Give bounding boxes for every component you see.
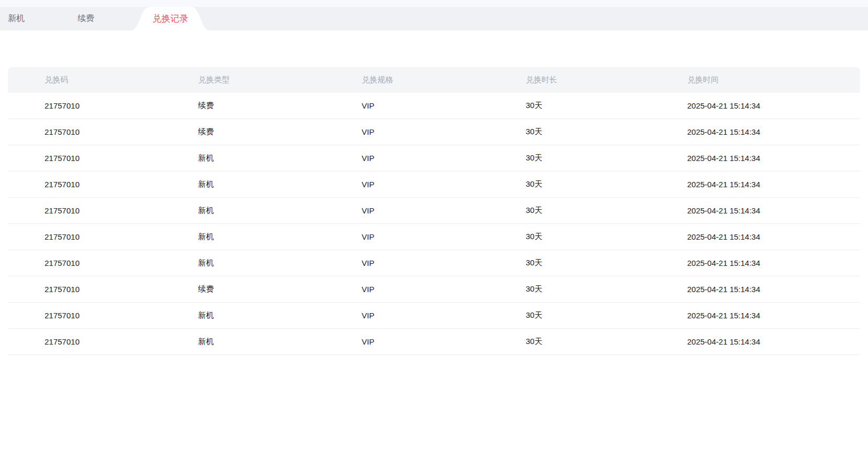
table-row: 21757010 新机 VIP 30天 2025-04-21 15:14:34 xyxy=(8,145,860,171)
top-strip xyxy=(0,0,868,7)
tab-bar: 新机 续费 兑换记录 xyxy=(0,7,868,30)
cell-spec: VIP xyxy=(325,224,489,250)
cell-code: 21757010 xyxy=(8,329,161,355)
cell-duration: 30天 xyxy=(489,93,650,119)
cell-code: 21757010 xyxy=(8,171,161,197)
tab-redeem-records[interactable]: 兑换记录 xyxy=(131,7,210,30)
cell-time: 2025-04-21 15:14:34 xyxy=(650,93,860,119)
cell-duration: 30天 xyxy=(489,250,650,276)
table-row: 21757010 续费 VIP 30天 2025-04-21 15:14:34 xyxy=(8,119,860,145)
cell-type: 新机 xyxy=(161,171,325,197)
table-row: 21757010 新机 VIP 30天 2025-04-21 15:14:34 xyxy=(8,250,860,276)
table-row: 21757010 新机 VIP 30天 2025-04-21 15:14:34 xyxy=(8,171,860,198)
cell-time: 2025-04-21 15:14:34 xyxy=(650,329,860,355)
table-row: 21757010 新机 VIP 30天 2025-04-21 15:14:34 xyxy=(8,329,860,355)
column-header-duration: 兑换时长 xyxy=(489,67,650,93)
table-row: 21757010 续费 VIP 30天 2025-04-21 15:14:34 xyxy=(8,93,860,119)
cell-duration: 30天 xyxy=(489,145,650,171)
cell-type: 续费 xyxy=(161,119,325,145)
column-header-type: 兑换类型 xyxy=(161,67,325,93)
cell-type: 新机 xyxy=(161,250,325,276)
cell-code: 21757010 xyxy=(8,224,161,250)
cell-time: 2025-04-21 15:14:34 xyxy=(650,276,860,302)
cell-time: 2025-04-21 15:14:34 xyxy=(650,119,860,145)
cell-code: 21757010 xyxy=(8,145,161,171)
cell-type: 新机 xyxy=(161,329,325,355)
tab-new-device[interactable]: 新机 xyxy=(8,7,25,30)
tab-redeem-records-label: 兑换记录 xyxy=(131,7,210,30)
table-row: 21757010 新机 VIP 30天 2025-04-21 15:14:34 xyxy=(8,198,860,224)
cell-duration: 30天 xyxy=(489,303,650,328)
cell-spec: VIP xyxy=(325,276,489,302)
cell-spec: VIP xyxy=(325,250,489,276)
cell-type: 新机 xyxy=(161,224,325,250)
cell-code: 21757010 xyxy=(8,198,161,223)
cell-code: 21757010 xyxy=(8,250,161,276)
cell-time: 2025-04-21 15:14:34 xyxy=(650,224,860,250)
cell-duration: 30天 xyxy=(489,329,650,355)
cell-type: 新机 xyxy=(161,145,325,171)
cell-spec: VIP xyxy=(325,303,489,328)
cell-code: 21757010 xyxy=(8,119,161,145)
cell-spec: VIP xyxy=(325,329,489,355)
table-row: 21757010 新机 VIP 30天 2025-04-21 15:14:34 xyxy=(8,303,860,329)
cell-type: 续费 xyxy=(161,93,325,119)
cell-time: 2025-04-21 15:14:34 xyxy=(650,145,860,171)
table-header-row: 兑换码 兑换类型 兑换规格 兑换时长 兑换时间 xyxy=(8,67,860,93)
cell-type: 新机 xyxy=(161,198,325,223)
table-row: 21757010 续费 VIP 30天 2025-04-21 15:14:34 xyxy=(8,276,860,303)
cell-spec: VIP xyxy=(325,171,489,197)
cell-time: 2025-04-21 15:14:34 xyxy=(650,250,860,276)
cell-code: 21757010 xyxy=(8,303,161,328)
table-row: 21757010 新机 VIP 30天 2025-04-21 15:14:34 xyxy=(8,224,860,250)
cell-time: 2025-04-21 15:14:34 xyxy=(650,303,860,328)
cell-spec: VIP xyxy=(325,198,489,223)
column-header-time: 兑换时间 xyxy=(650,67,860,93)
cell-time: 2025-04-21 15:14:34 xyxy=(650,171,860,197)
cell-duration: 30天 xyxy=(489,171,650,197)
cell-spec: VIP xyxy=(325,119,489,145)
cell-duration: 30天 xyxy=(489,119,650,145)
column-header-code: 兑换码 xyxy=(8,67,161,93)
cell-spec: VIP xyxy=(325,145,489,171)
cell-duration: 30天 xyxy=(489,224,650,250)
cell-spec: VIP xyxy=(325,93,489,119)
cell-code: 21757010 xyxy=(8,276,161,302)
cell-time: 2025-04-21 15:14:34 xyxy=(650,198,860,223)
cell-type: 续费 xyxy=(161,276,325,302)
cell-code: 21757010 xyxy=(8,93,161,119)
main-content: 兑换码 兑换类型 兑换规格 兑换时长 兑换时间 21757010 续费 VIP … xyxy=(0,30,868,355)
cell-duration: 30天 xyxy=(489,276,650,302)
column-header-spec: 兑换规格 xyxy=(325,67,489,93)
cell-duration: 30天 xyxy=(489,198,650,223)
cell-type: 新机 xyxy=(161,303,325,328)
tab-renewal[interactable]: 续费 xyxy=(78,7,94,30)
redeem-records-table: 兑换码 兑换类型 兑换规格 兑换时长 兑换时间 21757010 续费 VIP … xyxy=(8,67,860,355)
